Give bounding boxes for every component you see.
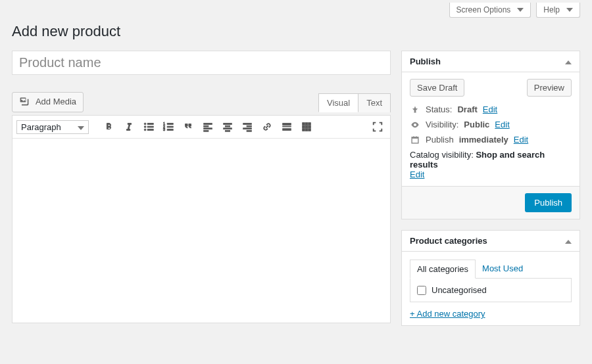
svg-rect-11 — [167, 129, 173, 131]
svg-rect-16 — [224, 124, 232, 125]
edit-status-link[interactable]: Edit — [483, 104, 497, 114]
chevron-up-icon — [565, 236, 572, 246]
svg-rect-9 — [167, 126, 173, 127]
format-select[interactable]: Paragraph — [16, 120, 89, 134]
publish-panel: Publish Save Draft Preview Status: Draft… — [401, 51, 580, 219]
tab-all-categories[interactable]: All categories — [410, 260, 476, 279]
svg-rect-26 — [283, 129, 291, 131]
svg-text:3: 3 — [163, 127, 165, 131]
category-checkbox-uncategorised[interactable]: Uncategorised — [417, 285, 564, 295]
edit-visibility-link[interactable]: Edit — [495, 120, 509, 129]
toolbar-toggle-button[interactable] — [298, 118, 315, 135]
svg-rect-1 — [147, 124, 153, 125]
ol-button[interactable]: 123 — [160, 118, 177, 135]
media-icon — [19, 96, 30, 108]
svg-rect-34 — [305, 129, 308, 131]
svg-rect-3 — [147, 126, 153, 127]
align-right-button[interactable] — [239, 118, 256, 135]
calendar-icon — [410, 135, 420, 145]
svg-rect-27 — [303, 123, 305, 125]
chevron-up-icon — [565, 57, 572, 66]
svg-rect-29 — [308, 123, 311, 125]
svg-rect-31 — [305, 125, 308, 128]
editor-tab-visual[interactable]: Visual — [318, 93, 358, 112]
svg-point-4 — [144, 129, 146, 131]
edit-catalog-link[interactable]: Edit — [410, 170, 424, 179]
svg-rect-39 — [416, 136, 416, 138]
svg-rect-37 — [412, 137, 418, 138]
svg-rect-38 — [413, 136, 414, 138]
categories-panel-toggle[interactable]: Product categories — [402, 231, 580, 252]
product-name-input[interactable] — [12, 51, 391, 75]
svg-rect-23 — [247, 130, 251, 131]
help-tab[interactable]: Help — [536, 3, 580, 18]
editor-body[interactable] — [12, 139, 390, 323]
link-button[interactable] — [259, 118, 276, 135]
svg-rect-13 — [204, 125, 209, 127]
screen-options-tab[interactable]: Screen Options — [449, 3, 531, 18]
category-checkbox-input[interactable] — [417, 286, 426, 295]
svg-rect-5 — [147, 129, 153, 131]
svg-rect-15 — [204, 130, 209, 131]
editor-container: Paragraph 123 — [12, 115, 391, 323]
preview-button[interactable]: Preview — [527, 79, 572, 97]
svg-rect-14 — [204, 128, 212, 129]
align-left-button[interactable] — [199, 118, 216, 135]
page-title: Add new product — [12, 23, 580, 40]
ul-button[interactable] — [140, 118, 157, 135]
tab-most-used[interactable]: Most Used — [476, 260, 530, 279]
svg-rect-18 — [224, 128, 232, 129]
svg-point-2 — [144, 126, 146, 128]
add-new-category-link[interactable]: + Add new category — [410, 309, 485, 319]
svg-rect-12 — [204, 124, 212, 125]
svg-rect-19 — [225, 130, 230, 131]
svg-rect-30 — [303, 125, 305, 128]
quote-button[interactable] — [180, 118, 197, 135]
svg-rect-28 — [305, 123, 308, 125]
chevron-down-icon — [75, 122, 84, 132]
svg-rect-22 — [243, 128, 252, 129]
svg-rect-33 — [303, 129, 305, 131]
add-media-button[interactable]: Add Media — [12, 92, 84, 112]
fullscreen-button[interactable] — [369, 118, 386, 135]
svg-rect-7 — [167, 124, 173, 125]
svg-rect-24 — [283, 124, 291, 125]
editor-toolbar: Paragraph 123 — [12, 116, 390, 139]
categories-panel: Product categories All categories Most U… — [401, 230, 580, 326]
svg-rect-32 — [308, 125, 311, 128]
eye-icon — [410, 120, 420, 129]
publish-button[interactable]: Publish — [525, 193, 572, 212]
svg-rect-20 — [243, 124, 252, 125]
svg-rect-35 — [308, 129, 311, 131]
editor-tab-text[interactable]: Text — [358, 93, 391, 112]
pin-icon — [410, 105, 420, 114]
italic-button[interactable] — [120, 118, 137, 135]
save-draft-button[interactable]: Save Draft — [410, 79, 464, 97]
svg-rect-21 — [247, 125, 251, 127]
publish-panel-toggle[interactable]: Publish — [402, 51, 580, 72]
align-center-button[interactable] — [219, 118, 236, 135]
svg-point-0 — [144, 123, 146, 125]
readmore-button[interactable] — [278, 118, 295, 135]
edit-schedule-link[interactable]: Edit — [514, 135, 528, 145]
svg-rect-25 — [283, 126, 291, 127]
bold-button[interactable] — [101, 118, 118, 135]
svg-rect-17 — [225, 125, 230, 127]
